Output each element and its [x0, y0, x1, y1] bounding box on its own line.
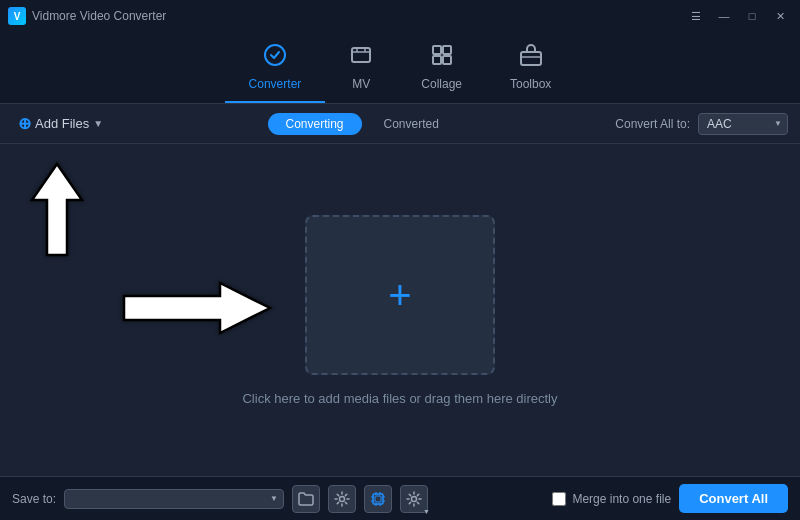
svg-point-11	[340, 496, 345, 501]
svg-rect-3	[443, 46, 451, 54]
maximize-btn[interactable]: □	[740, 7, 764, 25]
svg-point-0	[265, 45, 285, 65]
save-path-input[interactable]	[64, 489, 284, 509]
top-nav: Converter MV Collage	[0, 32, 800, 104]
tab-mv[interactable]: MV	[325, 35, 397, 103]
toolbar-tabs: Converting Converted	[117, 113, 607, 135]
title-bar-controls: ☰ — □ ✕	[684, 7, 792, 25]
toolbar-right: Convert All to: AAC MP4 MP3 AVI MKV ▼	[615, 113, 788, 135]
toolbox-icon	[519, 43, 543, 73]
add-files-plus-icon: ⊕	[18, 114, 31, 133]
tab-collage-label: Collage	[421, 77, 462, 91]
collage-icon	[430, 43, 454, 73]
app-title: Vidmore Video Converter	[32, 9, 166, 23]
save-path-wrap: ▼	[64, 489, 284, 509]
svg-rect-1	[352, 48, 370, 62]
add-files-label: Add Files	[35, 116, 89, 131]
svg-point-22	[412, 496, 417, 501]
file-drop-zone[interactable]: +	[305, 215, 495, 375]
merge-label: Merge into one file	[572, 492, 671, 506]
converting-tab[interactable]: Converting	[268, 113, 362, 135]
merge-wrap: Merge into one file	[552, 492, 671, 506]
menu-icon-btn[interactable]: ☰	[684, 7, 708, 25]
add-files-dropdown-arrow: ▼	[93, 118, 103, 129]
folder-icon-btn[interactable]	[292, 485, 320, 513]
drop-hint-text: Click here to add media files or drag th…	[242, 391, 557, 406]
converted-tab[interactable]: Converted	[366, 113, 457, 135]
svg-rect-5	[443, 56, 451, 64]
tab-converter[interactable]: Converter	[225, 35, 326, 103]
convert-all-to-label: Convert All to:	[615, 117, 690, 131]
tab-converter-label: Converter	[249, 77, 302, 91]
app-logo: V	[8, 7, 26, 25]
arrow-right-annotation	[120, 279, 275, 341]
plus-icon: +	[388, 275, 411, 315]
gear-icon-btn[interactable]: ▼	[400, 485, 428, 513]
svg-rect-6	[521, 52, 541, 65]
arrow-up-annotation	[30, 160, 85, 264]
convert-all-button[interactable]: Convert All	[679, 484, 788, 513]
tab-toolbox[interactable]: Toolbox	[486, 35, 575, 103]
converter-icon	[263, 43, 287, 73]
tab-mv-label: MV	[352, 77, 370, 91]
cpu-icon-btn[interactable]	[364, 485, 392, 513]
toolbar: ⊕ Add Files ▼ Converting Converted Conve…	[0, 104, 800, 144]
title-bar: V Vidmore Video Converter ☰ — □ ✕	[0, 0, 800, 32]
svg-rect-4	[433, 56, 441, 64]
svg-marker-9	[32, 164, 82, 255]
svg-rect-13	[375, 496, 381, 502]
title-bar-left: V Vidmore Video Converter	[8, 7, 166, 25]
add-files-button[interactable]: ⊕ Add Files ▼	[12, 110, 109, 137]
convert-all-format-select[interactable]: AAC MP4 MP3 AVI MKV	[698, 113, 788, 135]
svg-marker-10	[124, 283, 270, 333]
bottom-bar: Save to: ▼ ▼	[0, 476, 800, 520]
minimize-btn[interactable]: —	[712, 7, 736, 25]
main-content: + Click here to add media files or drag …	[0, 144, 800, 476]
merge-checkbox[interactable]	[552, 492, 566, 506]
save-to-label: Save to:	[12, 492, 56, 506]
tab-toolbox-label: Toolbox	[510, 77, 551, 91]
tab-collage[interactable]: Collage	[397, 35, 486, 103]
svg-rect-2	[433, 46, 441, 54]
convert-all-format-wrap: AAC MP4 MP3 AVI MKV ▼	[698, 113, 788, 135]
close-btn[interactable]: ✕	[768, 7, 792, 25]
settings-icon-btn[interactable]	[328, 485, 356, 513]
mv-icon	[349, 43, 373, 73]
